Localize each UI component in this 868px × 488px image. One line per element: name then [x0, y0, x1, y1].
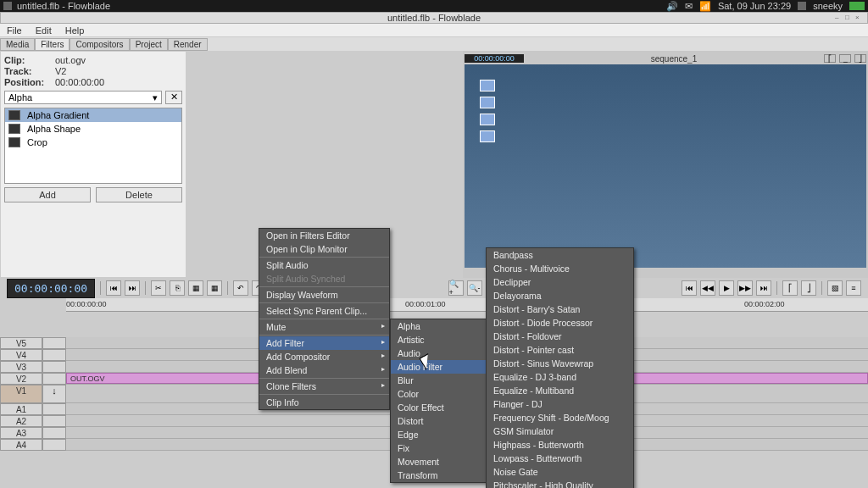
menu-item[interactable]: Pitchscaler - High Quality: [487, 479, 633, 488]
filter-item-alpha-gradient[interactable]: Alpha Gradient: [5, 108, 181, 122]
tab-filters[interactable]: Filters: [35, 38, 70, 51]
maximize-button[interactable]: □: [845, 14, 854, 22]
menu-item[interactable]: Add Blend: [259, 363, 389, 377]
track-label-a3[interactable]: A3: [0, 427, 42, 439]
speaker-icon[interactable]: 🔊: [666, 1, 678, 12]
track-label-v2[interactable]: V2: [0, 373, 42, 385]
track-btn[interactable]: ↓: [42, 385, 66, 403]
timeline-ruler[interactable]: 00:00:00:00 00:00:01:00 00:00:02:00: [66, 298, 868, 312]
menu-item[interactable]: Distort - Foldover: [487, 330, 633, 343]
mark-in-button[interactable]: ⎡: [782, 280, 798, 296]
transport-start-button[interactable]: ⏮: [682, 280, 697, 296]
preview-icon: [480, 114, 495, 125]
settings-button[interactable]: ≡: [846, 280, 861, 296]
menu-item[interactable]: Clone Filters: [259, 380, 389, 393]
menu-item[interactable]: Open in Clip Monitor: [259, 242, 389, 256]
filter-item-crop[interactable]: Crop: [5, 136, 181, 149]
menu-item[interactable]: Highpass - Butterworth: [487, 438, 633, 452]
filter-item-alpha-shape[interactable]: Alpha Shape: [5, 122, 181, 136]
tool-next-button[interactable]: ⏭: [125, 280, 140, 296]
menu-item[interactable]: Clip Info: [259, 396, 389, 409]
tool-cut-button[interactable]: ✂: [151, 280, 166, 296]
menu-item[interactable]: Distort - Barry's Satan: [487, 302, 633, 316]
menu-item[interactable]: Split Audio: [259, 258, 389, 272]
zoom-out-button[interactable]: 🔍-: [467, 280, 482, 296]
tool-prev-button[interactable]: ⏮: [106, 280, 121, 296]
menu-item[interactable]: Lowpass - Butterworth: [487, 452, 633, 465]
menu-item[interactable]: Split Audio Synched: [259, 272, 389, 286]
track-label-v4[interactable]: V4: [0, 349, 42, 361]
tab-project[interactable]: Project: [130, 38, 168, 51]
menu-item[interactable]: Bandpass: [487, 248, 633, 262]
filter-checkbox[interactable]: [8, 124, 20, 134]
tool-append-button[interactable]: ▦: [207, 280, 222, 296]
track-label-a1[interactable]: A1: [0, 403, 42, 415]
tab-media[interactable]: Media: [0, 38, 35, 51]
transport-play-button[interactable]: ▶: [719, 280, 734, 296]
track-label-v3[interactable]: V3: [0, 361, 42, 373]
delete-filter-button[interactable]: Delete: [96, 187, 182, 202]
user[interactable]: sneeky: [813, 1, 843, 11]
menu-item[interactable]: Distort - Sinus Wavewrap: [487, 357, 633, 370]
track-btn[interactable]: [42, 361, 66, 373]
filter-checkbox[interactable]: [8, 137, 20, 147]
marker-in-button[interactable]: ⎡: [824, 54, 836, 63]
menu-item[interactable]: Distort - Pointer cast: [487, 343, 633, 357]
menu-item[interactable]: Select Sync Parent Clip...: [259, 304, 389, 318]
menu-help[interactable]: Help: [65, 25, 85, 36]
network-icon[interactable]: 📶: [699, 1, 711, 12]
track-label-a2[interactable]: A2: [0, 415, 42, 427]
menu-item[interactable]: Frequency Shift - Bode/Moog: [487, 411, 633, 424]
marker-out-button[interactable]: ⎦: [854, 54, 866, 63]
indicator-icon[interactable]: [798, 2, 806, 10]
menu-item[interactable]: Open in Filters Editor: [259, 229, 389, 242]
track-label-v5[interactable]: V5: [0, 337, 42, 349]
mark-out-button[interactable]: ⎦: [801, 280, 816, 296]
menu-item[interactable]: Add Filter: [259, 336, 389, 350]
minimize-button[interactable]: –: [835, 14, 843, 22]
menu-item[interactable]: Equalize - DJ 3-band: [487, 370, 633, 384]
tab-compositors[interactable]: Compositors: [70, 38, 129, 51]
track-btn[interactable]: [42, 349, 66, 361]
preview-icon: [480, 97, 495, 108]
clear-filter-button[interactable]: ✕: [165, 91, 182, 104]
menu-item[interactable]: Add Compositor: [259, 350, 389, 363]
filter-checkbox[interactable]: [8, 110, 20, 120]
track-btn[interactable]: [42, 439, 66, 451]
track-btn[interactable]: [42, 415, 66, 427]
track-btn[interactable]: [42, 403, 66, 415]
preview-video[interactable]: [465, 64, 866, 268]
transport-back-button[interactable]: ◀◀: [700, 280, 715, 296]
close-button[interactable]: ×: [855, 14, 864, 22]
track-btn[interactable]: [42, 373, 66, 385]
menu-item[interactable]: Chorus - Multivoice: [487, 262, 633, 275]
add-filter-button[interactable]: Add: [4, 187, 91, 202]
menu-item[interactable]: Noise Gate: [487, 465, 633, 479]
tab-render[interactable]: Render: [168, 38, 208, 51]
menu-item[interactable]: Display Waveform: [259, 288, 389, 302]
tool-overwrite-button[interactable]: ▦: [188, 280, 203, 296]
mail-icon[interactable]: ✉: [685, 1, 693, 12]
track-btn[interactable]: [42, 337, 66, 349]
menu-item[interactable]: Delayorama: [487, 289, 633, 302]
tool-lift-button[interactable]: ⎘: [170, 280, 185, 296]
menu-item[interactable]: GSM Simulator: [487, 424, 633, 438]
menu-item[interactable]: Flanger - DJ: [487, 397, 633, 411]
menu-item[interactable]: Distort - Diode Processor: [487, 316, 633, 330]
transport-end-button[interactable]: ⏭: [756, 280, 771, 296]
tool-undo-button[interactable]: ↶: [233, 280, 248, 296]
menu-edit[interactable]: Edit: [36, 25, 52, 36]
menu-file[interactable]: File: [7, 25, 22, 36]
track-label-v1[interactable]: V1: [0, 385, 42, 403]
marker-range-button[interactable]: ⎯: [839, 54, 851, 63]
mode-button[interactable]: ▧: [827, 280, 843, 296]
filters-panel: Clip:out.ogv Track:V2 Position:00:00:00:…: [0, 51, 186, 278]
transport-fwd-button[interactable]: ▶▶: [737, 280, 753, 296]
track-label-a4[interactable]: A4: [0, 439, 42, 451]
zoom-in-button[interactable]: 🔍+: [448, 280, 464, 296]
menu-item[interactable]: Equalize - Multiband: [487, 384, 633, 397]
track-btn[interactable]: [42, 427, 66, 439]
menu-item[interactable]: Declipper: [487, 275, 633, 289]
menu-item[interactable]: Mute: [259, 320, 389, 334]
filter-category-combo[interactable]: Alpha: [4, 91, 162, 104]
